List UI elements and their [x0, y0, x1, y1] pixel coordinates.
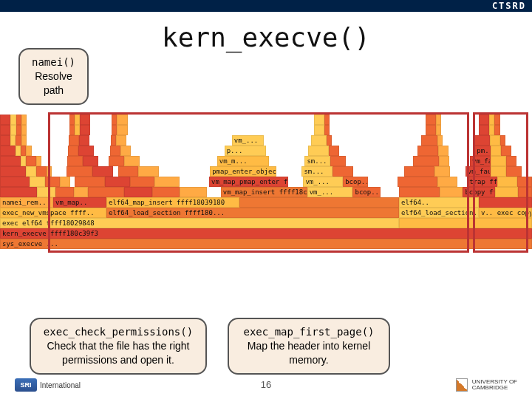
flame-cell: [26, 156, 36, 166]
flame-cell: [10, 115, 16, 125]
flame-cell: [68, 146, 78, 156]
flame-cell: [60, 177, 70, 187]
flame-cell: [494, 125, 499, 135]
flame-cell: [110, 146, 120, 156]
flame-cell: [434, 166, 450, 177]
flame-cell: [0, 166, 26, 177]
flame-row: vm_...: [0, 135, 532, 146]
flame-cell: [88, 187, 125, 197]
flame-cell: [353, 166, 404, 177]
flame-cell: [449, 156, 470, 166]
flame-cell: vm_map..: [53, 197, 106, 208]
flame-cell: [426, 125, 436, 135]
flame-cell: [314, 115, 324, 125]
flame-cell: [80, 125, 90, 135]
flame-cell: [0, 177, 30, 187]
flame-row: p...pm..: [0, 146, 532, 156]
flame-cell: [327, 135, 332, 146]
flame-cell: [94, 146, 109, 156]
callout-namei: namei() Resolve path: [18, 48, 89, 105]
flame-cell: bcopy ffff..: [463, 187, 494, 197]
logo-sri-badge: SRI: [15, 378, 37, 392]
flame-cell: [207, 187, 221, 197]
flame-cell: [128, 115, 314, 125]
flame-cell: [329, 146, 339, 156]
flame-cell: [332, 135, 421, 146]
flame-cell: [117, 125, 127, 135]
flame-row: kern_execve ffff180c39f3: [0, 228, 532, 239]
flame-cell: [324, 115, 330, 125]
flame-cell: [124, 156, 140, 166]
flame-cell: p...: [225, 146, 266, 156]
flame-graph: vm_...p...pm..vm_m...sm...vm_fault..pmap…: [0, 115, 532, 273]
flame-cell: [130, 177, 155, 187]
flame-cell: [495, 187, 518, 197]
flame-cell: sm...: [304, 156, 330, 166]
flame-cell: [497, 177, 517, 187]
flame-cell: [27, 135, 69, 146]
flame-cell: [55, 187, 74, 197]
flame-cell: [69, 115, 75, 125]
flame-cell: [332, 166, 353, 177]
flame-cell: sys_execve ...: [0, 239, 532, 249]
flame-cell: [522, 166, 532, 177]
flame-cell: [506, 166, 522, 177]
flame-cell: [27, 115, 69, 125]
flame-cell: [489, 115, 494, 125]
flame-cell: [506, 156, 516, 166]
flame-cell: [120, 146, 131, 156]
flame-row: vm_m...sm...vm_fault..: [0, 156, 532, 166]
flame-cell: [90, 125, 112, 135]
flame-row: [0, 125, 532, 135]
flame-cell: [276, 166, 302, 177]
flame-cell: [398, 177, 437, 187]
logo-cambridge: UNIVERSITY OF CAMBRIDGE: [456, 378, 517, 392]
flame-cell: [45, 177, 60, 187]
flame-cell: vm_map_pmap_enter ffff18074f188: [209, 177, 288, 187]
flame-cell: [479, 115, 489, 125]
flame-cell: [79, 135, 89, 146]
flame-cell: [140, 156, 217, 166]
flame-cell: [511, 146, 532, 156]
flame-cell: [21, 135, 27, 146]
flame-cell: pm..: [474, 146, 490, 156]
flame-cell: [491, 156, 506, 166]
flame-row: vm_map_insert ffff18c41920vm_...bcop..bc…: [0, 187, 532, 197]
flame-cell: [36, 166, 47, 177]
callout-map-page: exec_map_first_page() Map the header int…: [228, 318, 390, 375]
flame-cell: [16, 135, 21, 146]
flame-cell: vm_fault ff..: [466, 166, 491, 177]
flame-cell: [128, 125, 314, 135]
flame-cell: [83, 156, 98, 166]
flame-cell: [118, 166, 139, 177]
flame-cell: [159, 166, 210, 177]
flame-row: namei_rem..vm_map..elf64_map_insert ffff…: [0, 197, 532, 208]
flame-cell: [131, 146, 225, 156]
flame-cell: [10, 135, 16, 146]
flame-cell: [152, 187, 180, 197]
flame-cell: [180, 177, 209, 187]
flame-cell: [30, 177, 44, 187]
flame-cell: [10, 125, 16, 135]
flame-cell: [368, 177, 398, 187]
flame-cell: [67, 156, 83, 166]
flame-cell: [124, 187, 151, 197]
logo-sri: SRI International: [15, 378, 81, 392]
flame-cell: [457, 177, 468, 187]
flame-cell: [0, 125, 10, 135]
flame-cell: [501, 146, 511, 156]
flame-cell: [404, 166, 435, 177]
flame-cell: [436, 125, 441, 135]
flame-cell: [154, 177, 180, 187]
flame-cell: elf64..: [399, 197, 479, 208]
flame-cell: [0, 187, 37, 197]
flame-cell: [413, 156, 439, 166]
flame-cell: [474, 135, 490, 146]
flame-cell: vm_map_insert ffff18c41920: [221, 187, 307, 197]
flame-cell: [112, 115, 117, 125]
flame-cell: [69, 125, 75, 135]
flame-cell: [109, 156, 124, 166]
flame-cell: [75, 115, 80, 125]
flame-cell: [308, 146, 329, 156]
flame-cell: sm...: [301, 166, 332, 177]
